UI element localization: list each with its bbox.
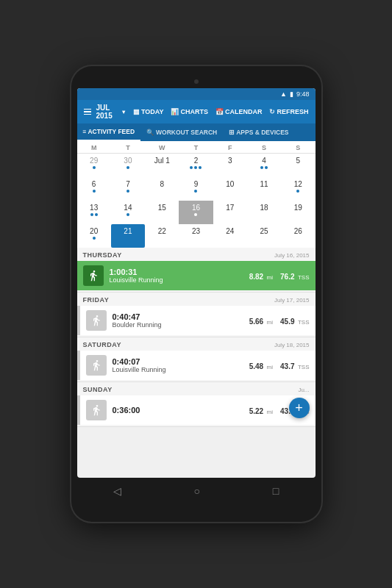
cal-day-30-prev[interactable]: 30 — [111, 154, 145, 177]
day-header-t2: T — [179, 144, 213, 151]
charts-button[interactable]: 📊 CHARTS — [168, 107, 210, 117]
cal-day-3[interactable]: 3 — [213, 154, 247, 177]
thursday-tss: 76.2 — [280, 273, 294, 281]
sunday-distance: 5.22 — [249, 407, 263, 415]
thursday-activity-info: 1:00:31 Louisville Running — [110, 268, 249, 284]
run-icon-saturday — [86, 355, 107, 376]
thursday-stats: 8.82 mi 76.2 TSS — [249, 269, 310, 282]
day-header-m: M — [77, 144, 111, 151]
cal-day-20[interactable]: 20 — [77, 224, 111, 248]
thursday-distance: 8.82 — [249, 273, 263, 281]
camera — [194, 79, 199, 84]
saturday-stats: 5.48 mi 43.7 TSS — [249, 359, 310, 372]
activity-thursday-1[interactable]: 1:00:31 Louisville Running 8.82 mi 76.2 … — [77, 261, 316, 290]
cal-day-25[interactable]: 25 — [247, 224, 281, 248]
cal-day-18[interactable]: 18 — [247, 201, 281, 224]
refresh-button[interactable]: ↻ REFRESH — [267, 107, 310, 117]
day-group-friday: FRIDAY July 17, 2015 0:40:47 Boulder Run… — [77, 293, 316, 337]
tab-workout-search[interactable]: 🔍 WORKOUT SEARCH — [140, 124, 223, 140]
tab-apps-devices[interactable]: ⊞ APPS & DEVICES — [223, 124, 294, 140]
cal-day-11[interactable]: 11 — [247, 177, 281, 201]
sunday-time: 0:36:00 — [113, 406, 249, 415]
cal-day-16-today[interactable]: 16 — [179, 201, 213, 224]
cal-day-1[interactable]: Jul 1 — [145, 154, 179, 177]
cal-day-10[interactable]: 10 — [213, 177, 247, 201]
cal-day-21-selected[interactable]: 21 — [111, 224, 145, 248]
day-header-sunday: SUNDAY Ju... — [77, 382, 316, 395]
refresh-icon: ↻ — [269, 108, 275, 115]
cal-day-12[interactable]: 12 — [281, 177, 315, 201]
cal-day-7[interactable]: 7 — [111, 177, 145, 201]
cal-day-29-prev[interactable]: 29 — [77, 154, 111, 177]
search-icon: 🔍 — [146, 129, 154, 136]
cal-day-24[interactable]: 24 — [213, 224, 247, 248]
cal-day-19[interactable]: 19 — [281, 201, 315, 224]
saturday-time: 0:40:07 — [113, 357, 249, 366]
cal-day-17[interactable]: 17 — [213, 201, 247, 224]
friday-date: July 17, 2015 — [274, 297, 310, 304]
screen: ▲ ▮ 9:48 JUL 2015 ▾ ▦ TODAY 📊 CHARTS 📅 — [77, 88, 316, 478]
cal-day-14[interactable]: 14 — [111, 201, 145, 224]
cal-day-9[interactable]: 9 — [179, 177, 213, 201]
activity-saturday-1[interactable]: 0:40:07 Louisville Running 5.48 mi 43.7 … — [77, 351, 316, 380]
add-activity-fab[interactable]: + — [289, 398, 310, 418]
calendar-header: M T W T F S S — [77, 141, 316, 154]
back-button[interactable]: ◁ — [113, 485, 121, 497]
today-icon: ▦ — [133, 108, 140, 115]
cal-day-6[interactable]: 6 — [77, 177, 111, 201]
day-header-s2: S — [281, 144, 315, 151]
tab-activity-feed[interactable]: ≡ ACTIVITY FEED — [77, 123, 141, 141]
run-icon-sunday — [86, 400, 107, 420]
day-header-saturday: SATURDAY July 18, 2015 — [77, 337, 316, 351]
cal-day-22[interactable]: 22 — [145, 224, 179, 248]
day-header-thursday: THURSDAY July 16, 2015 — [77, 248, 316, 261]
chevron-down-icon: ▾ — [122, 109, 125, 115]
activity-sunday-1[interactable]: 0:36:00 5.22 mi 43.9 TSS — [77, 395, 316, 425]
wifi-icon: ▲ — [280, 90, 287, 98]
calendar-icon: 📅 — [215, 108, 224, 115]
day-header-f: F — [213, 144, 247, 151]
status-bar: ▲ ▮ 9:48 — [77, 88, 316, 100]
home-button[interactable]: ○ — [194, 485, 200, 497]
charts-icon: 📊 — [171, 108, 179, 115]
cal-day-5[interactable]: 5 — [281, 154, 315, 177]
day-group-saturday: SATURDAY July 18, 2015 0:40:07 Louisvill… — [77, 337, 316, 382]
friday-name: Boulder Running — [113, 321, 249, 329]
thursday-tss-unit: TSS — [298, 274, 310, 281]
activity-feed: THURSDAY July 16, 2015 1:00:31 Louisvill… — [77, 248, 316, 427]
thursday-date: July 16, 2015 — [274, 252, 310, 259]
cal-day-13[interactable]: 13 — [77, 201, 111, 224]
recents-button[interactable]: □ — [273, 485, 279, 497]
cal-day-4[interactable]: 4 — [247, 154, 281, 177]
run-icon-thursday — [83, 265, 104, 286]
month-selector[interactable]: JUL 2015 ▾ — [96, 104, 125, 120]
sunday-activity-info: 0:36:00 — [113, 406, 249, 415]
thursday-name: Louisville Running — [110, 276, 249, 284]
day-header-w: W — [145, 144, 179, 151]
menu-button[interactable] — [82, 107, 93, 117]
month-label: JUL 2015 — [96, 104, 121, 120]
sunday-dist-unit: mi — [267, 409, 273, 415]
day-header-t1: T — [111, 144, 145, 151]
saturday-activity-info: 0:40:07 Louisville Running — [113, 357, 249, 373]
calendar-button[interactable]: 📅 CALENDAR — [213, 107, 265, 117]
calendar-grid: 29 30 Jul 1 2 3 4 5 6 — [77, 154, 316, 248]
top-navigation: JUL 2015 ▾ ▦ TODAY 📊 CHARTS 📅 CALENDAR ↻… — [77, 100, 316, 123]
cal-day-23[interactable]: 23 — [179, 224, 213, 248]
friday-activity-info: 0:40:47 Boulder Running — [113, 312, 249, 329]
day-group-thursday: THURSDAY July 16, 2015 1:00:31 Louisvill… — [77, 248, 316, 293]
run-icon-friday — [86, 310, 107, 331]
friday-tss: 45.9 — [280, 318, 294, 326]
battery-icon: ▮ — [290, 90, 293, 98]
cal-day-15[interactable]: 15 — [145, 201, 179, 224]
today-button[interactable]: ▦ TODAY — [131, 107, 166, 117]
calendar: M T W T F S S 29 30 Jul 1 — [77, 141, 316, 248]
cal-day-26[interactable]: 26 — [281, 224, 315, 248]
friday-stats: 5.66 mi 45.9 TSS — [249, 314, 310, 327]
thursday-label: THURSDAY — [83, 251, 122, 259]
thursday-time: 1:00:31 — [110, 268, 249, 276]
cal-day-8[interactable]: 8 — [145, 177, 179, 201]
activity-friday-1[interactable]: 0:40:47 Boulder Running 5.66 mi 45.9 TSS — [77, 306, 316, 335]
saturday-label: SATURDAY — [83, 341, 122, 348]
cal-day-2[interactable]: 2 — [179, 154, 213, 177]
